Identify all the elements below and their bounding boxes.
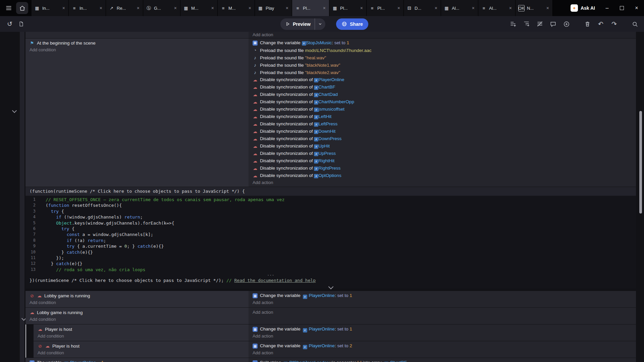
vertical-scrollbar[interactable] bbox=[639, 111, 642, 214]
share-button[interactable]: Share bbox=[336, 18, 368, 30]
tab-close-icon[interactable]: × bbox=[285, 6, 289, 10]
actions-cell[interactable]: Add action bbox=[249, 308, 636, 324]
js-doc-link[interactable]: Read the documentation and help bbox=[234, 278, 316, 283]
event-javascript-code[interactable]: (function(runtimeScene /* Click here to … bbox=[25, 187, 636, 289]
history-button[interactable]: ↺ bbox=[4, 18, 15, 30]
preview-button[interactable]: Preview bbox=[280, 18, 325, 30]
toggle-disabled-button[interactable] bbox=[534, 18, 545, 30]
add-action-link[interactable]: Add action bbox=[253, 309, 633, 315]
js-code-header[interactable]: (function(runtimeScene /* Click here to … bbox=[25, 187, 636, 196]
action-row[interactable]: ☁ Disable synchronization of xRightPress bbox=[253, 165, 633, 172]
add-subevent-button[interactable] bbox=[521, 18, 532, 30]
editor-tab[interactable]: ≡ In... × bbox=[69, 0, 106, 16]
action-row[interactable]: ☁ Disable synchronization of xRightHit bbox=[253, 157, 633, 165]
editor-tab[interactable]: ▦ In... × bbox=[32, 0, 69, 16]
add-condition-link[interactable]: Add condition bbox=[30, 299, 246, 306]
collapse-event-icon[interactable] bbox=[12, 108, 17, 113]
expand-code-icon[interactable] bbox=[328, 284, 333, 290]
editor-tab[interactable]: ↗ Re... × bbox=[106, 0, 143, 16]
tab-close-icon[interactable]: × bbox=[211, 6, 215, 10]
tab-close-icon[interactable]: × bbox=[99, 6, 103, 10]
editor-tab[interactable]: Ⓢ G... × bbox=[143, 0, 180, 16]
event-player-is-host-inverted[interactable]: ⊘☁ Player is host Add condition ▦ Change… bbox=[34, 341, 636, 358]
actions-cell[interactable]: ▦ Change the variable xPlayerOnline: set… bbox=[249, 291, 636, 307]
action-row[interactable]: ☁ Disable synchronization of xUpPress bbox=[253, 150, 633, 157]
delete-button[interactable] bbox=[582, 18, 593, 30]
add-action-link[interactable]: Add action bbox=[253, 350, 633, 356]
actions-cell[interactable]: Add action bbox=[249, 32, 636, 38]
open-file-button[interactable] bbox=[15, 18, 27, 30]
add-condition-link[interactable]: Add condition bbox=[30, 47, 246, 53]
action-row[interactable]: ☁ Disable synchronization of xDownPress bbox=[253, 135, 633, 142]
conditions-cell[interactable]: ⊘☁ Lobby game is running Add condition bbox=[25, 291, 249, 307]
action-row[interactable]: ♪ Preload the sound file "heal.wav" bbox=[253, 54, 633, 61]
event-player-is-host[interactable]: ☁ Player is host Add condition ▦ Change … bbox=[34, 324, 636, 341]
add-action-link[interactable]: Add action bbox=[253, 32, 632, 38]
conditions-cell[interactable]: ⊘☁ Player is host Add condition bbox=[34, 341, 249, 358]
editor-tab[interactable]: ≡ Pl... × bbox=[292, 0, 329, 16]
js-code-editor[interactable]: 1 // RESET_OFFSETS_ONCE — zera currentTi… bbox=[25, 196, 636, 277]
tab-close-icon[interactable]: × bbox=[508, 6, 513, 10]
action-row[interactable]: ☁ Disable synchronization of xLeftHit bbox=[253, 113, 633, 120]
add-action-link[interactable]: Add action bbox=[253, 179, 633, 186]
event-player-online-check[interactable]: ▦ The variable xPlayerOnline = 1 ⇆ Split… bbox=[25, 358, 636, 362]
add-condition-link[interactable]: Add condition bbox=[38, 350, 246, 356]
conditions-cell[interactable]: ▦ The variable xPlayerOnline = 1 bbox=[25, 358, 249, 362]
actions-cell[interactable]: ▦ Change the variable xPlayerOnline: set… bbox=[249, 324, 636, 341]
action-row[interactable]: ☁ Disable synchronization of xPlayerOnli… bbox=[253, 76, 633, 83]
tab-close-icon[interactable]: × bbox=[322, 6, 326, 10]
editor-tab[interactable]: ≡ Al... × bbox=[478, 0, 516, 16]
action-row[interactable]: ☁ Disable synchronization of xChartNumbe… bbox=[253, 98, 633, 106]
minimize-button[interactable]: – bbox=[600, 0, 614, 16]
redo-button[interactable]: ↷ bbox=[608, 18, 620, 30]
tab-close-icon[interactable]: × bbox=[136, 6, 140, 10]
tab-close-icon[interactable]: × bbox=[173, 6, 177, 10]
home-button[interactable] bbox=[16, 2, 28, 14]
conditions-cell[interactable] bbox=[25, 32, 249, 38]
action-row[interactable]: ▦ Change the variable xStopJsMusic: set … bbox=[253, 39, 633, 47]
comment-button[interactable] bbox=[547, 18, 559, 30]
action-row[interactable]: ☁ Disable synchronization of xLeftPress bbox=[253, 120, 633, 128]
close-button[interactable]: × bbox=[629, 0, 644, 16]
add-more-button[interactable] bbox=[561, 18, 572, 30]
tab-close-icon[interactable]: × bbox=[62, 6, 66, 10]
action-row[interactable]: ♪ Preload the sound file "blackNote2.wav… bbox=[253, 69, 633, 76]
tab-close-icon[interactable]: × bbox=[248, 6, 252, 10]
tab-close-icon[interactable]: × bbox=[397, 6, 401, 10]
action-row[interactable]: ☁ Disable synchronization of xDownHit bbox=[253, 128, 633, 135]
add-action-link[interactable]: Add action bbox=[253, 299, 633, 306]
editor-tab[interactable]: OK N... × bbox=[516, 0, 553, 16]
editor-tab[interactable]: ▦ Pl... × bbox=[329, 0, 367, 16]
editor-tab[interactable]: ≡ Pl... × bbox=[367, 0, 404, 16]
action-row[interactable]: ☁ Disable synchronization of xOptOptions bbox=[253, 172, 633, 179]
action-row[interactable]: ☁ Disable synchronization of xjsmusicoff… bbox=[253, 106, 633, 113]
preview-dropdown[interactable] bbox=[315, 18, 325, 30]
editor-tab[interactable]: ≡ M... × bbox=[218, 0, 255, 16]
undo-button[interactable]: ↶ bbox=[595, 18, 606, 30]
add-event-button[interactable] bbox=[507, 18, 519, 30]
actions-cell[interactable]: ▦ Change the variable xStopJsMusic: set … bbox=[249, 39, 636, 187]
action-row[interactable]: ◔ Preload the sound file mods\LNCT\sound… bbox=[253, 47, 633, 54]
event-begin-scene[interactable]: ⚑ At the beginning of the scene Add cond… bbox=[25, 39, 636, 187]
maximize-button[interactable] bbox=[614, 0, 629, 16]
action-row[interactable]: ☁ Disable synchronization of xChartDad bbox=[253, 91, 633, 98]
conditions-cell[interactable]: ⚑ At the beginning of the scene Add cond… bbox=[25, 39, 249, 187]
editor-tab[interactable]: ⚄ D... × bbox=[404, 0, 441, 16]
ask-ai-button[interactable]: ✦ Ask AI bbox=[566, 4, 600, 12]
editor-tab[interactable]: ▦ M... × bbox=[180, 0, 218, 16]
editor-tab[interactable]: ▦ Play × bbox=[255, 0, 292, 16]
tab-close-icon[interactable]: × bbox=[546, 6, 550, 10]
actions-cell[interactable]: ▦ Change the variable xPlayerOnline: set… bbox=[249, 341, 636, 358]
actions-cell[interactable]: ⇆ Split string xBfChartJsonLoader via se… bbox=[249, 358, 636, 362]
add-action-link[interactable]: Add action bbox=[253, 333, 633, 339]
search-button[interactable] bbox=[629, 18, 641, 30]
conditions-cell[interactable]: ☁ Player is host Add condition bbox=[34, 324, 249, 341]
event-lobby-running-inverted[interactable]: ⊘☁ Lobby game is running Add condition ▦… bbox=[25, 291, 636, 307]
action-row[interactable]: ♪ Preload the sound file "blackNote1.wav… bbox=[253, 61, 633, 69]
action-row[interactable]: ☁ Disable synchronization of xUpHit bbox=[253, 142, 633, 150]
tab-close-icon[interactable]: × bbox=[360, 6, 364, 10]
tab-close-icon[interactable]: × bbox=[471, 6, 475, 10]
event-lobby-running[interactable]: ☁ Lobby game is running Add condition Ad… bbox=[25, 308, 636, 324]
conditions-cell[interactable]: ☁ Lobby game is running Add condition bbox=[25, 308, 249, 324]
editor-tab[interactable]: ▦ Al... × bbox=[441, 0, 478, 16]
